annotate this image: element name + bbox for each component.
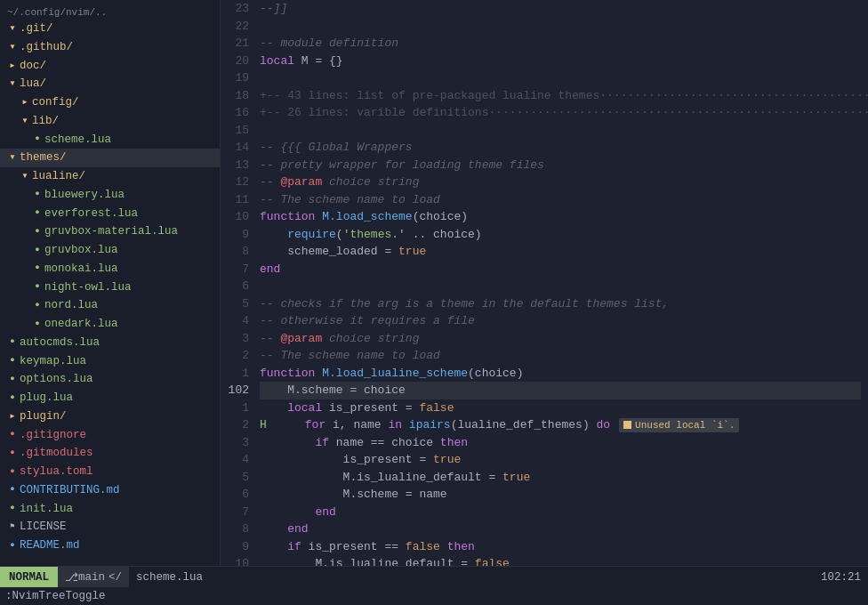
token: then [440,538,475,556]
tree-item[interactable]: ● scheme.lua [0,131,220,149]
tree-item[interactable]: ▸ config/ [0,93,220,112]
tree-item[interactable]: ● options.lua [0,370,220,389]
token: function [260,208,315,226]
line-number: 7 [221,261,249,278]
token: -- checks if the arg is a theme in the d… [260,295,669,313]
line-number: 11 [221,191,249,209]
command-line: :NvimTreeToggle [0,587,868,605]
tree-item-label: everforest.lua [44,206,138,222]
tree-item-label: bluewery.lua [44,187,125,204]
line-number: 7 [221,504,249,521]
folder-icon: ▾ [5,39,20,56]
tree-item-label: plugin/ [20,408,67,425]
tree-item-label: onedark.lua [44,316,118,333]
line-number: 6 [221,278,249,295]
code-line: -- {{{ Global Wrappers [260,139,861,157]
code-line: function M.load_scheme(choice) [260,208,861,226]
tree-item-label: themes/ [20,149,67,166]
file-icon: ⚑ [5,521,20,534]
file-icon: ● [5,336,20,349]
code-line: end [260,520,861,538]
tree-item[interactable]: ▸ doc/ [0,57,220,76]
token: local [260,52,294,70]
token: true [502,469,530,487]
code-area: 2322212019181615141312111098765432110212… [221,0,868,566]
tree-item[interactable]: ● bluewery.lua [0,186,220,205]
cmdline-text: :NvimTreeToggle [5,590,106,602]
tree-item[interactable]: ● README.md [0,536,220,555]
token: i, name [326,416,388,434]
tree-item[interactable]: ▾ lib/ [0,112,220,131]
code-content[interactable]: --]]-- module definitionlocal M = {}+-- … [253,0,868,566]
tree-item[interactable]: ⚑ LICENSE [0,518,220,536]
tree-item-label: lualine/ [32,168,85,185]
tree-item[interactable]: ● .gitmodules [0,444,220,463]
tree-item[interactable]: ● .gitignore [0,426,220,445]
token: (choice) [413,208,468,226]
code-line: local is_present = false [260,399,861,417]
token: for [277,416,326,434]
token: false [475,555,510,566]
tree-item[interactable]: ● night-owl.lua [0,278,220,297]
branch-sep: </ [108,571,122,584]
tree-item[interactable]: ● gruvbox.lua [0,241,220,260]
file-tree[interactable]: ~/.config/nvim/.. ▾ .git/▾ .github/▸ doc… [0,0,221,566]
folder-icon: ▾ [5,149,20,166]
tree-item[interactable]: ▸ plugin/ [0,407,220,426]
file-icon: ● [30,245,44,257]
tree-item[interactable]: ● monokai.lua [0,260,220,278]
token: M.scheme = name [260,486,447,504]
hint-box: Unused local `i`. [619,418,739,433]
code-line: M.scheme = choice [260,382,861,399]
folder-icon: ▸ [5,58,20,75]
code-line [260,69,861,87]
tree-item-label: .gitignore [20,427,86,444]
file-icon: ● [5,466,20,479]
branch-name: main [78,571,105,584]
line-number: 16 [221,104,249,122]
line-number: 13 [221,157,249,174]
file-icon: ● [5,392,20,405]
line-number: 6 [221,486,249,504]
tree-item[interactable]: ● CONTRIBUTING.md [0,481,220,500]
folder-icon: ▾ [18,168,32,185]
tree-item-label: LICENSE [20,519,67,536]
token: -- otherwise it requires a file [260,312,475,330]
token: is_present = [322,399,419,417]
tree-item[interactable]: ● keymap.lua [0,352,220,371]
line-number: 10 [221,208,249,226]
tree-item[interactable]: ● gruvbox-material.lua [0,222,220,241]
tree-item[interactable]: ● plug.lua [0,389,220,407]
code-line: +-- 26 lines: varible definitions·······… [260,104,861,122]
tree-item[interactable]: ▾ lualine/ [0,167,220,186]
file-icon: ● [5,503,20,515]
code-line [260,278,861,295]
token: choice string [322,330,419,348]
file-icon: ● [30,207,44,220]
token: -- The scheme name to load [260,191,440,209]
branch-icon: ⎇ [65,570,78,585]
tree-item[interactable]: ● autocmds.lua [0,334,220,352]
token: 'themes.' [343,226,406,244]
tree-item[interactable]: ● init.lua [0,500,220,519]
tree-item[interactable]: ● onedark.lua [0,315,220,334]
tree-item[interactable]: ● stylua.toml [0,463,220,481]
file-icon: ● [5,540,20,553]
token: -- [260,173,280,191]
token: M.load_scheme [315,208,412,226]
tree-item[interactable]: ▾ lua/ [0,75,220,93]
tree-item-label: night-owl.lua [44,279,132,296]
tree-item[interactable]: ▾ themes/ [0,149,220,167]
folder-icon: ▸ [18,94,32,111]
line-number: 23 [221,0,249,18]
file-icon: ● [5,448,20,460]
code-line [260,18,861,36]
code-line: is_present = true [260,451,861,469]
sidebar-title: ~/.config/nvim/.. [0,4,220,20]
tree-item[interactable]: ● everforest.lua [0,205,220,223]
tree-item[interactable]: ▾ .git/ [0,20,220,38]
tree-item[interactable]: ● nord.lua [0,296,220,315]
token: M.scheme = choice [260,382,406,399]
file-icon: ● [30,281,44,294]
tree-item[interactable]: ▾ .github/ [0,38,220,57]
